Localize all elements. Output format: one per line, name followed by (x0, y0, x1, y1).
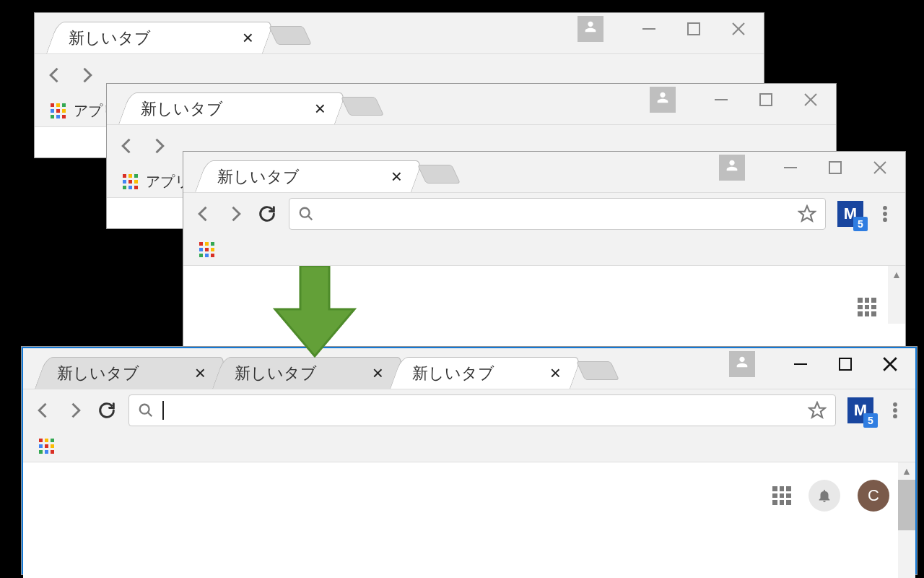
close-window-button[interactable] (729, 20, 748, 38)
close-tab-icon[interactable]: × (193, 362, 207, 384)
scroll-up-icon[interactable]: ▲ (888, 266, 905, 283)
back-icon[interactable] (33, 400, 53, 420)
back-icon[interactable] (117, 136, 137, 156)
svg-point-12 (300, 207, 310, 217)
svg-rect-1 (688, 23, 699, 35)
vertical-scrollbar[interactable]: ▲ (888, 266, 905, 324)
window-controls (719, 152, 899, 184)
close-window-button[interactable] (871, 158, 889, 177)
maximize-button[interactable] (836, 355, 855, 374)
address-bar[interactable] (128, 394, 836, 426)
maximize-button[interactable] (826, 158, 845, 177)
close-window-button[interactable] (881, 355, 899, 374)
tab-title: 新しいタブ (69, 27, 151, 49)
svg-rect-9 (829, 162, 841, 173)
user-avatar[interactable]: C (858, 480, 889, 512)
svg-line-13 (308, 215, 313, 220)
close-tab-icon[interactable]: × (549, 362, 562, 384)
apps-grid-icon[interactable] (51, 103, 66, 119)
extension-m-icon[interactable]: M 5 (847, 397, 873, 423)
new-tab-button[interactable] (269, 26, 312, 45)
browser-tab[interactable]: 新しいタブ × (195, 160, 423, 192)
bookmarks-bar (183, 234, 905, 266)
new-tab-button[interactable] (576, 361, 619, 380)
apps-launcher-icon[interactable] (858, 298, 876, 316)
browser-tab[interactable]: 新しいタブ × (118, 92, 346, 124)
apps-grid-icon[interactable] (123, 174, 139, 190)
minimize-button[interactable] (791, 355, 810, 374)
close-tab-icon[interactable]: × (241, 27, 255, 49)
profile-icon[interactable] (729, 351, 755, 377)
browser-tab[interactable]: 新しいタブ × (212, 357, 404, 389)
svg-marker-14 (799, 206, 815, 221)
browser-tab[interactable]: 新しいタブ × (46, 22, 274, 53)
tab-title: 新しいタブ (141, 98, 223, 120)
new-tab-button[interactable] (417, 165, 461, 184)
svg-point-15 (884, 206, 887, 210)
close-window-button[interactable] (801, 90, 820, 109)
svg-point-17 (884, 217, 887, 221)
maximize-button[interactable] (757, 90, 775, 109)
window-controls (578, 13, 758, 45)
search-icon (138, 402, 154, 418)
bookmark-star-icon[interactable] (798, 204, 816, 223)
tab-strip: 新しいタブ × 新しいタブ × 新しいタブ × (23, 348, 915, 389)
tab-strip: 新しいタブ × (107, 84, 836, 124)
browser-tab[interactable]: 新しいタブ × (35, 357, 227, 389)
back-icon[interactable] (45, 65, 65, 85)
close-tab-icon[interactable]: × (390, 165, 404, 188)
minimize-button[interactable] (712, 90, 731, 109)
apps-grid-icon[interactable] (199, 242, 215, 258)
forward-icon[interactable] (77, 65, 97, 85)
close-tab-icon[interactable]: × (313, 98, 327, 120)
profile-icon[interactable] (650, 87, 676, 113)
maximize-button[interactable] (684, 20, 703, 38)
svg-point-25 (894, 402, 897, 406)
back-icon[interactable] (193, 204, 214, 224)
window-controls (729, 348, 910, 380)
close-tab-icon[interactable]: × (371, 362, 385, 384)
svg-point-22 (140, 404, 149, 413)
tab-title: 新しいタブ (217, 166, 300, 188)
bookmark-star-icon[interactable] (808, 401, 827, 420)
down-arrow-illustration (271, 266, 358, 360)
svg-point-26 (894, 408, 897, 412)
minimize-button[interactable] (781, 158, 800, 177)
address-input[interactable] (173, 395, 799, 426)
address-input[interactable] (323, 199, 789, 229)
notifications-icon[interactable] (808, 480, 840, 512)
profile-icon[interactable] (719, 155, 745, 181)
tab-title: 新しいタブ (412, 363, 494, 384)
forward-icon[interactable] (65, 400, 85, 420)
reload-icon[interactable] (97, 400, 117, 420)
window-controls (650, 84, 830, 116)
tab-title: 新しいタブ (57, 363, 139, 384)
tab-title: 新しいタブ (235, 363, 317, 384)
scroll-up-icon[interactable]: ▲ (898, 462, 915, 480)
bookmarks-bar (23, 431, 915, 462)
svg-rect-19 (840, 358, 851, 370)
page-content: ▲ C (23, 462, 915, 578)
forward-icon[interactable] (149, 136, 169, 156)
extension-m-icon[interactable]: M 5 (837, 201, 863, 227)
svg-point-27 (894, 414, 897, 418)
reload-icon[interactable] (257, 204, 277, 224)
nav-toolbar: M 5 (183, 192, 905, 234)
vertical-scrollbar[interactable]: ▲ (898, 462, 915, 578)
text-cursor (162, 401, 164, 420)
apps-shortcut-label[interactable]: アプリ (146, 172, 189, 191)
apps-launcher-icon[interactable] (772, 486, 791, 505)
address-bar[interactable] (289, 198, 826, 230)
menu-icon[interactable] (875, 204, 895, 224)
browser-tab-active[interactable]: 新しいタブ × (390, 357, 582, 389)
scroll-thumb[interactable] (898, 480, 915, 530)
new-tab-button[interactable] (341, 97, 384, 116)
forward-icon[interactable] (225, 204, 245, 224)
menu-icon[interactable] (885, 400, 905, 420)
extension-badge: 5 (853, 217, 868, 231)
minimize-button[interactable] (640, 20, 658, 38)
apps-grid-icon[interactable] (39, 439, 55, 454)
tab-strip: 新しいタブ × (183, 152, 905, 192)
svg-point-16 (884, 212, 887, 215)
profile-icon[interactable] (578, 16, 603, 42)
